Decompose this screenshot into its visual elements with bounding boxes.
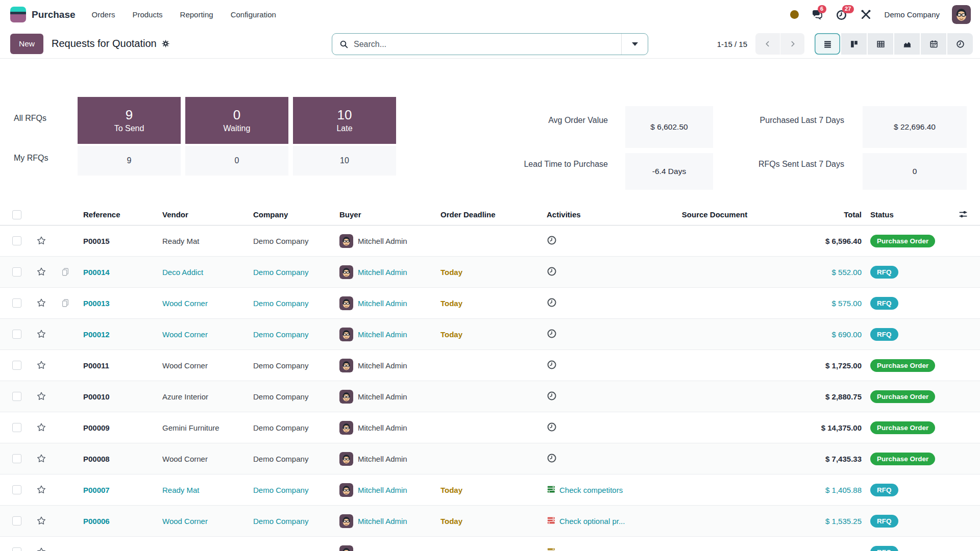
activity-clock-icon[interactable]	[547, 235, 557, 247]
row-checkbox[interactable]	[12, 361, 21, 370]
filter-all-rfqs[interactable]: All RFQs	[14, 114, 46, 123]
menu-configuration[interactable]: Configuration	[231, 10, 276, 19]
pager-next-button[interactable]	[780, 33, 804, 55]
activities-button[interactable]: 27	[836, 9, 848, 21]
new-button[interactable]: New	[10, 34, 43, 54]
app-name[interactable]: Purchase	[32, 9, 76, 20]
table-row[interactable]: P00012 Wood Corner Demo Company Mitchell…	[0, 319, 980, 350]
kpi-my-to-send[interactable]: 9	[78, 146, 181, 176]
activity-type-icon[interactable]	[547, 547, 556, 551]
header-vendor[interactable]: Vendor	[162, 210, 253, 219]
table-row[interactable]: P00014 Deco Addict Demo Company Mitchell…	[0, 257, 980, 288]
header-total[interactable]: Total	[796, 210, 862, 219]
vendor-cell: Ready Mat	[162, 237, 253, 245]
row-checkbox[interactable]	[12, 485, 21, 494]
activity-clock-icon[interactable]	[547, 422, 557, 434]
activity-type-icon[interactable]	[547, 516, 556, 527]
activity-clock-icon[interactable]	[547, 266, 557, 278]
pivot-view-button[interactable]	[868, 33, 893, 55]
header-source-document[interactable]: Source Document	[633, 210, 796, 219]
chevron-down-icon	[632, 42, 638, 46]
pager-previous-button[interactable]	[755, 33, 780, 55]
table-row[interactable]: RFQ	[0, 537, 980, 551]
purchase-app-icon[interactable]	[10, 7, 26, 22]
favorite-star-icon[interactable]	[36, 329, 47, 340]
activity-label[interactable]: Check optional pr...	[559, 517, 625, 525]
activity-clock-icon[interactable]	[547, 360, 557, 371]
table-row[interactable]: P00015 Ready Mat Demo Company Mitchell A…	[0, 226, 980, 257]
row-checkbox[interactable]	[12, 392, 21, 401]
activity-clock-icon[interactable]	[547, 391, 557, 403]
kpi-late[interactable]: 10 Late	[293, 97, 396, 144]
header-buyer[interactable]: Buyer	[339, 210, 440, 219]
row-checkbox[interactable]	[12, 236, 21, 245]
select-all-checkbox[interactable]	[12, 210, 21, 219]
favorite-star-icon[interactable]	[36, 360, 47, 371]
optional-columns-button[interactable]	[958, 209, 969, 221]
table-row[interactable]: P00007 Ready Mat Demo Company Mitchell A…	[0, 474, 980, 506]
row-checkbox[interactable]	[12, 516, 21, 525]
activity-clock-icon[interactable]	[547, 453, 557, 465]
metric-rfqs-sent-label: RFQs Sent Last 7 Days	[732, 142, 844, 186]
header-activities[interactable]: Activities	[547, 210, 633, 219]
kpi-late-label: Late	[336, 124, 352, 133]
filter-my-rfqs[interactable]: My RFQs	[14, 154, 48, 163]
sliders-icon	[958, 209, 969, 220]
buyer-avatar	[339, 328, 353, 341]
menu-products[interactable]: Products	[132, 10, 162, 19]
favorite-star-icon[interactable]	[36, 515, 47, 527]
favorite-star-icon[interactable]	[36, 235, 47, 246]
favorite-star-icon[interactable]	[36, 297, 47, 309]
kanban-view-button[interactable]	[841, 33, 867, 55]
status-badge: RFQ	[870, 484, 898, 496]
kpi-waiting[interactable]: 0 Waiting	[185, 97, 288, 144]
menu-orders[interactable]: Orders	[92, 10, 115, 19]
buyer-avatar	[339, 296, 353, 310]
status-badge: Purchase Order	[870, 421, 935, 434]
calendar-view-button[interactable]	[921, 33, 946, 55]
favorite-star-icon[interactable]	[36, 391, 47, 402]
order-deadline-cell: Today	[440, 299, 547, 308]
company-switcher[interactable]: Demo Company	[885, 10, 940, 19]
activity-type-icon[interactable]	[547, 485, 556, 495]
user-avatar[interactable]	[952, 5, 971, 24]
debug-tools-button[interactable]	[860, 9, 872, 21]
table-row[interactable]: P00009 Gemini Furniture Demo Company Mit…	[0, 412, 980, 443]
kpi-to-send[interactable]: 9 To Send	[78, 97, 181, 144]
row-checkbox[interactable]	[12, 454, 21, 463]
table-row[interactable]: P00013 Wood Corner Demo Company Mitchell…	[0, 288, 980, 319]
row-checkbox[interactable]	[12, 330, 21, 339]
graph-view-button[interactable]	[894, 33, 920, 55]
table-row[interactable]: P00011 Wood Corner Demo Company Mitchell…	[0, 350, 980, 381]
row-checkbox[interactable]	[12, 298, 21, 308]
messages-button[interactable]: 6	[811, 9, 823, 21]
table-row[interactable]: P00006 Wood Corner Demo Company Mitchell…	[0, 506, 980, 537]
rfq-list: P00015 Ready Mat Demo Company Mitchell A…	[0, 226, 980, 551]
view-settings-gear-icon[interactable]	[161, 39, 170, 48]
status-dot-icon[interactable]	[790, 10, 799, 19]
activity-view-button[interactable]	[947, 33, 973, 55]
header-reference[interactable]: Reference	[77, 210, 162, 219]
favorite-star-icon[interactable]	[36, 422, 47, 433]
row-checkbox[interactable]	[12, 267, 21, 277]
activity-label[interactable]: Check competitors	[559, 486, 623, 494]
header-company[interactable]: Company	[253, 210, 339, 219]
favorite-star-icon[interactable]	[36, 453, 47, 464]
activity-clock-icon[interactable]	[547, 329, 557, 340]
kpi-my-waiting[interactable]: 0	[185, 146, 288, 176]
search-dropdown-toggle[interactable]	[621, 34, 648, 55]
search-icon	[339, 40, 349, 49]
menu-reporting[interactable]: Reporting	[180, 10, 213, 19]
table-row[interactable]: P00010 Azure Interior Demo Company Mitch…	[0, 381, 980, 412]
search-input[interactable]	[354, 40, 621, 49]
header-order-deadline[interactable]: Order Deadline	[440, 210, 547, 219]
favorite-star-icon[interactable]	[36, 266, 47, 278]
row-checkbox[interactable]	[12, 423, 21, 432]
favorite-star-icon[interactable]	[36, 546, 47, 551]
kpi-my-late[interactable]: 10	[293, 146, 396, 176]
list-view-button[interactable]	[815, 33, 840, 55]
table-row[interactable]: P00008 Wood Corner Demo Company Mitchell…	[0, 443, 980, 474]
favorite-star-icon[interactable]	[36, 484, 47, 495]
row-checkbox[interactable]	[12, 547, 21, 551]
activity-clock-icon[interactable]	[547, 297, 557, 309]
